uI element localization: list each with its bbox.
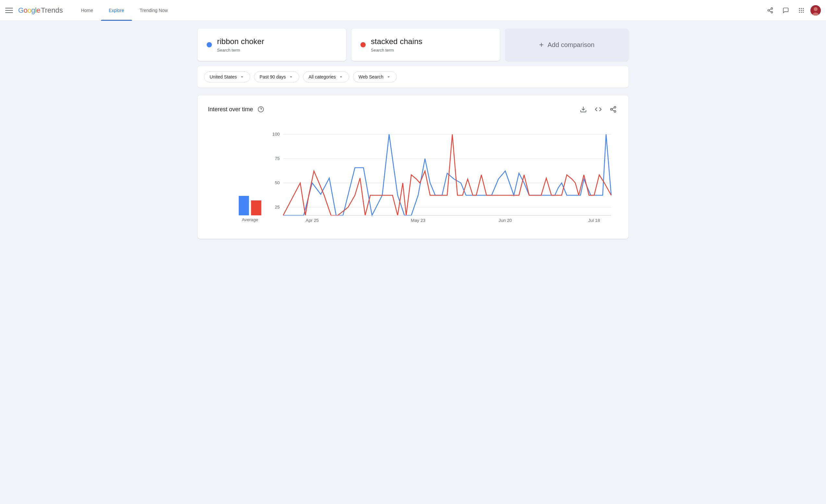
chart-card: Interest over time: [197, 96, 629, 239]
svg-point-10: [803, 10, 804, 11]
chart-actions: [579, 105, 618, 114]
term2-name: stacked chains: [371, 37, 422, 46]
menu-icon[interactable]: [5, 6, 13, 14]
main-nav: Home Explore Trending Now: [73, 0, 764, 21]
filter-time-label: Past 90 days: [259, 74, 286, 79]
svg-point-13: [803, 12, 804, 13]
share-button[interactable]: [764, 4, 777, 17]
filter-region-label: United States: [210, 74, 237, 79]
svg-text:100: 100: [272, 132, 280, 136]
logo-letter-g: G: [18, 6, 24, 14]
svg-point-9: [801, 10, 802, 11]
svg-text:Average: Average: [242, 217, 258, 222]
svg-line-4: [769, 9, 771, 10]
svg-point-12: [801, 12, 802, 13]
main-content: ribbon choker Search term stacked chains…: [192, 21, 634, 247]
nav-home[interactable]: Home: [73, 0, 101, 21]
search-term-card-1[interactable]: ribbon choker Search term: [197, 28, 346, 61]
chevron-down-icon: [338, 74, 344, 79]
svg-text:50: 50: [275, 180, 280, 185]
share-icon: [609, 106, 617, 113]
download-button[interactable]: [579, 105, 588, 114]
embed-button[interactable]: [593, 105, 603, 114]
chevron-down-icon: [239, 74, 245, 79]
svg-text:Jun 20: Jun 20: [498, 218, 512, 223]
svg-line-23: [612, 110, 614, 111]
interest-over-time-chart: 100 75 50 25 Apr 25 May 23 Jun 20 Jul 18…: [208, 125, 618, 228]
logo[interactable]: Google Trends: [18, 6, 63, 15]
add-comparison-card[interactable]: + Add comparison: [505, 28, 629, 61]
logo-letter-o1: o: [24, 6, 27, 14]
feedback-button[interactable]: [779, 4, 792, 17]
filter-category[interactable]: All categories: [303, 71, 349, 82]
logo-letter-e: e: [36, 6, 40, 14]
svg-rect-39: [251, 200, 261, 215]
term1-name: ribbon choker: [217, 37, 264, 46]
term1-info: ribbon choker Search term: [217, 37, 264, 53]
help-icon: [257, 106, 264, 113]
svg-point-8: [799, 10, 800, 11]
embed-icon: [595, 106, 602, 113]
svg-text:May 23: May 23: [411, 218, 425, 223]
header-actions: [764, 4, 821, 17]
apps-button[interactable]: [795, 4, 808, 17]
chevron-down-icon: [288, 74, 294, 79]
chart-header: Interest over time: [208, 105, 618, 114]
svg-rect-38: [239, 196, 249, 215]
svg-point-22: [614, 111, 616, 113]
filter-search-type-label: Web Search: [358, 74, 384, 79]
logo-letter-o2: o: [27, 6, 31, 14]
search-term-card-2[interactable]: stacked chains Search term: [351, 28, 500, 61]
svg-line-3: [769, 11, 771, 12]
filter-time[interactable]: Past 90 days: [254, 71, 299, 82]
nav-explore[interactable]: Explore: [101, 0, 132, 21]
term1-type: Search term: [217, 48, 264, 53]
svg-text:Jul 18: Jul 18: [588, 218, 600, 223]
svg-point-5: [799, 8, 800, 9]
logo-letter-g2: g: [31, 6, 35, 14]
filters-row: United States Past 90 days All categorie…: [197, 66, 629, 87]
filter-region[interactable]: United States: [204, 71, 250, 82]
term2-type: Search term: [371, 48, 422, 53]
chart-help-button[interactable]: [256, 105, 266, 114]
nav-trending-now[interactable]: Trending Now: [132, 0, 176, 21]
chart-title-row: Interest over time: [208, 105, 266, 114]
chart-area: 100 75 50 25 Apr 25 May 23 Jun 20 Jul 18…: [208, 125, 618, 230]
svg-point-20: [614, 106, 616, 108]
avatar[interactable]: [811, 5, 821, 15]
add-comparison-label: Add comparison: [548, 41, 595, 49]
logo-trends-text: Trends: [41, 6, 63, 15]
svg-point-2: [771, 11, 773, 13]
search-terms-row: ribbon choker Search term stacked chains…: [197, 28, 629, 61]
svg-point-0: [771, 7, 773, 9]
add-comparison-icon: +: [539, 40, 544, 49]
svg-point-1: [768, 9, 770, 11]
filter-search-type[interactable]: Web Search: [353, 71, 397, 82]
term2-indicator: [360, 42, 366, 47]
svg-text:75: 75: [275, 156, 280, 161]
header: Google Trends Home Explore Trending Now: [0, 0, 826, 21]
download-icon: [580, 106, 587, 113]
svg-point-7: [803, 8, 804, 9]
share-chart-button[interactable]: [608, 105, 618, 114]
svg-point-21: [610, 108, 612, 110]
filter-category-label: All categories: [308, 74, 336, 79]
chart-title: Interest over time: [208, 106, 253, 113]
chevron-down-icon: [386, 74, 391, 79]
svg-point-15: [814, 7, 818, 11]
svg-text:25: 25: [275, 205, 280, 209]
svg-point-11: [799, 12, 800, 13]
svg-line-24: [612, 108, 614, 109]
svg-text:Apr 25: Apr 25: [306, 218, 318, 223]
term1-indicator: [206, 42, 212, 47]
svg-point-6: [801, 8, 802, 9]
term2-info: stacked chains Search term: [371, 37, 422, 53]
